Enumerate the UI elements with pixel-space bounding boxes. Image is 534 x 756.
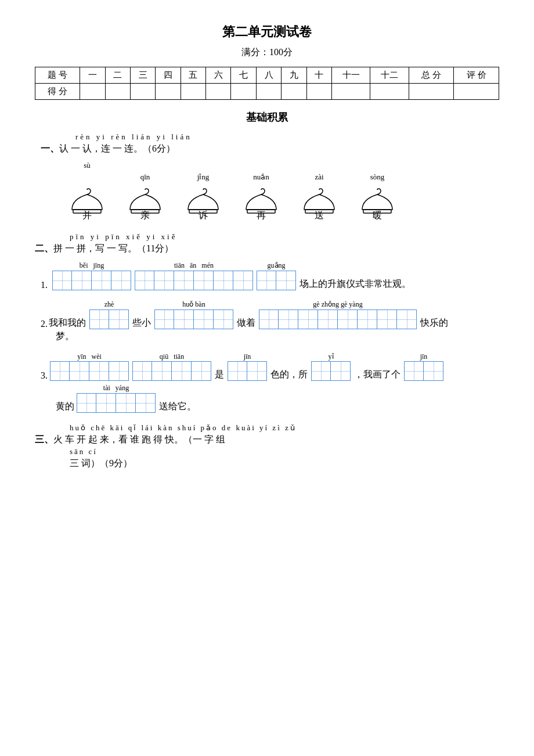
q3-group2: qiū tiān — [132, 352, 211, 381]
q3-group5: jīn — [404, 352, 443, 381]
q1-boxes1 — [52, 271, 131, 290]
write-cell — [116, 393, 136, 413]
section3-text2: 三 词）（9分） — [70, 458, 132, 470]
q1-group3: guǎng — [257, 261, 296, 290]
write-cell — [89, 309, 109, 329]
score-header-cell-10: 十 — [306, 67, 331, 84]
write-cell — [298, 309, 318, 329]
write-cell — [338, 309, 358, 329]
q1-group1: běi jīng — [52, 261, 131, 290]
score-data-cell-6 — [206, 84, 231, 100]
q2-pinyin2: huǒ bàn — [182, 300, 205, 309]
score-data-cell-3 — [131, 84, 156, 100]
score-data-cell-14 — [454, 84, 499, 100]
q2-pinyin3: gè zhǒng gè yàng — [313, 300, 362, 309]
score-header-cell-5: 五 — [181, 67, 205, 84]
q3-group3: jīn — [228, 352, 267, 381]
score-data-cell-11 — [331, 84, 370, 100]
hanger-item-3: 诉 — [174, 188, 232, 222]
q2-mid1: 些小 — [132, 317, 151, 329]
write-cell — [397, 309, 417, 329]
q1-pinyin1: běi jīng — [80, 261, 104, 271]
score-data-cell-12 — [370, 84, 409, 100]
write-cell — [257, 271, 276, 290]
hanger-item-6: 暖 — [348, 188, 406, 222]
hanger-pinyin-4: nuǎn — [253, 172, 269, 182]
q1-num: 1. — [41, 280, 48, 290]
score-data-cell-10 — [306, 84, 331, 100]
section3-pinyin2: sān cí — [70, 447, 499, 456]
score-data-cell-0: 得 分 — [35, 84, 80, 100]
score-data-cell-7 — [231, 84, 256, 100]
write-cell — [358, 309, 377, 329]
q3-pinyin5: jīn — [420, 352, 428, 362]
write-cell — [214, 271, 233, 290]
hanger-item-1: 并 — [58, 188, 116, 222]
q3-num: 3. — [41, 370, 48, 381]
q3-mid3: ，我画了个 — [354, 369, 400, 381]
section1-pinyin: rèn yi rèn lián yi lián — [41, 132, 499, 142]
write-cell — [96, 393, 116, 413]
write-cell — [50, 361, 70, 381]
hanger-char-4: 再 — [257, 210, 266, 222]
q3-mid2: 色的，所 — [270, 369, 308, 381]
hanger-item-2: 亲 — [116, 188, 174, 222]
write-cell — [152, 361, 172, 381]
q1-suffix: 场上的升旗仪式非常壮观。 — [300, 278, 411, 290]
score-data-cell-1 — [80, 84, 105, 100]
write-cell — [111, 271, 131, 290]
score-data-cell-2 — [105, 84, 130, 100]
hanger-pinyin-6: sòng — [370, 172, 385, 182]
score-data-cell-4 — [156, 84, 181, 100]
write-cell — [404, 361, 424, 381]
q2-num: 2. — [41, 319, 48, 329]
score-header-cell-6: 六 — [206, 67, 231, 84]
write-cell — [92, 271, 111, 290]
section-3: huǒ chē kāi qǐ lái kàn shuí pǎo de kuài … — [35, 423, 499, 470]
write-cell — [247, 361, 267, 381]
q2-suffix: 快乐的 — [420, 317, 448, 329]
hanger-item-5: 送 — [290, 188, 348, 222]
section3-text: 三、火 车 开 起 来，看 谁 跑 得 快。（一 字 组 — [35, 434, 499, 446]
q2-group2: huǒ bàn — [154, 300, 233, 329]
page-title: 第二单元测试卷 — [35, 23, 499, 41]
section-foundation-title: 基础积累 — [35, 110, 499, 124]
write-cell — [52, 271, 72, 290]
section2-q3: 3. yīn wèi qiū tiān — [35, 352, 499, 413]
hanger-char-2: 亲 — [140, 210, 150, 222]
score-header-cell-2: 二 — [105, 67, 130, 84]
q2-pinyin1: zhè — [104, 300, 114, 309]
score-data-cell-8 — [256, 84, 281, 100]
q3-ll-suffix: 送给它。 — [159, 401, 196, 413]
hanger-pinyin-5: zài — [315, 172, 323, 182]
q1-boxes2 — [135, 271, 253, 290]
q3-group4: yǐ — [311, 352, 351, 381]
score-data-cell-9 — [282, 84, 306, 100]
write-cell — [331, 361, 351, 381]
q3-pinyin3: jīn — [244, 352, 251, 362]
hanger-char-1: 并 — [82, 210, 92, 222]
section2-text: 二、拼 一 拼，写 一 写。（11分） — [35, 243, 499, 255]
hanger-char-5: 送 — [315, 210, 324, 222]
section-1: rèn yi rèn lián yi lián 一、认 一 认，连 一 连。（6… — [35, 132, 499, 222]
write-cell — [174, 309, 194, 329]
score-header-cell-11: 十一 — [331, 67, 370, 84]
hanger-pinyin-2: qīn — [140, 172, 150, 182]
score-header-cell-9: 九 — [282, 67, 306, 84]
section2-pinyin: pīn yi pīn xiě yi xiě — [35, 232, 499, 242]
score-header-cell-7: 七 — [231, 67, 256, 84]
write-cell — [214, 309, 233, 329]
q1-boxes3 — [257, 271, 296, 290]
score-header-cell-8: 八 — [256, 67, 281, 84]
write-cell — [132, 361, 152, 381]
write-cell — [136, 393, 156, 413]
write-cell — [77, 393, 96, 413]
score-header-cell-3: 三 — [131, 67, 156, 84]
score-header-cell-1: 一 — [80, 67, 105, 84]
score-header-cell-14: 评 价 — [454, 67, 499, 84]
write-cell — [109, 309, 129, 329]
section1-text: 一、认 一 认，连 一 连。（6分） — [41, 143, 499, 155]
hanger-pinyin-1: sù — [84, 161, 91, 170]
q3-ll-prefix: 黄的 — [56, 401, 74, 413]
q1-group2: tiān ān mén — [135, 261, 253, 290]
